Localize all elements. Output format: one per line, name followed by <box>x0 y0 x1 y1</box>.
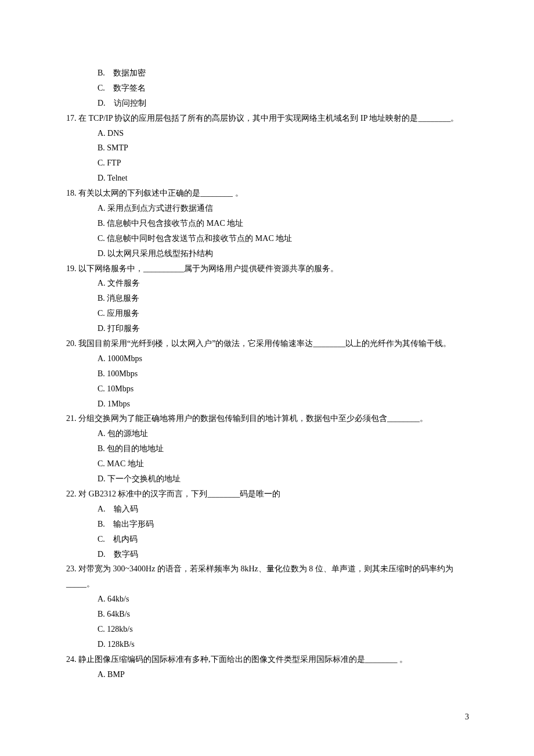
q16-option-c: C. 数字签名 <box>66 81 470 96</box>
q21-option-b: B. 包的目的地地址 <box>66 441 470 456</box>
q24-stem: 24. 静止图像压缩编码的国际标准有多种,下面给出的图像文件类型采用国际标准的是… <box>66 652 470 667</box>
q23-option-b: B. 64kB/s <box>66 607 470 622</box>
q17-option-d: D. Telnet <box>66 171 470 186</box>
q18-option-a: A. 采用点到点方式进行数据通信 <box>66 201 470 216</box>
q23-option-c: C. 128kb/s <box>66 622 470 637</box>
q19-option-b: B. 消息服务 <box>66 291 470 306</box>
document-page: B. 数据加密 C. 数字签名 D. 访问控制 17. 在 TCP/IP 协议的… <box>0 0 534 756</box>
q20-option-b: B. 100Mbps <box>66 366 470 381</box>
q20-stem: 20. 我国目前采用“光纤到楼，以太网入户”的做法，它采用传输速率达______… <box>66 336 470 351</box>
q19-option-a: A. 文件服务 <box>66 276 470 291</box>
q17-option-a: A. DNS <box>66 126 470 141</box>
q23-option-a: A. 64kb/s <box>66 592 470 607</box>
q17-option-b: B. SMTP <box>66 141 470 156</box>
q21-option-a: A. 包的源地址 <box>66 426 470 441</box>
q21-option-d: D. 下一个交换机的地址 <box>66 471 470 487</box>
q22-option-a: A. 输入码 <box>66 502 470 517</box>
q20-option-c: C. 10Mbps <box>66 381 470 397</box>
q23-stem: 23. 对带宽为 300~3400Hz 的语音，若采样频率为 8kHz、量化位数… <box>66 561 470 592</box>
q20-option-a: A. 1000Mbps <box>66 351 470 366</box>
q21-stem: 21. 分组交换网为了能正确地将用户的数据包传输到目的地计算机，数据包中至少必须… <box>66 411 470 426</box>
q16-option-b: B. 数据加密 <box>66 66 470 81</box>
q18-option-d: D. 以太网只采用总线型拓扑结构 <box>66 246 470 261</box>
q18-stem: 18. 有关以太网的下列叙述中正确的是________ 。 <box>66 186 470 201</box>
q22-stem: 22. 对 GB2312 标准中的汉字而言，下列________码是唯一的 <box>66 487 470 502</box>
q17-stem: 17. 在 TCP/IP 协议的应用层包括了所有的高层协议，其中用于实现网络主机… <box>66 111 470 126</box>
q19-option-d: D. 打印服务 <box>66 321 470 336</box>
q20-option-d: D. 1Mbps <box>66 397 470 412</box>
q18-option-c: C. 信息帧中同时包含发送节点和接收节点的 MAC 地址 <box>66 231 470 246</box>
q22-option-c: C. 机内码 <box>66 532 470 547</box>
q19-stem: 19. 以下网络服务中，__________属于为网络用户提供硬件资源共享的服务… <box>66 261 470 276</box>
q16-option-d: D. 访问控制 <box>66 96 470 111</box>
q19-option-c: C. 应用服务 <box>66 306 470 321</box>
q23-option-d: D. 128kB/s <box>66 637 470 652</box>
q17-option-c: C. FTP <box>66 156 470 171</box>
q21-option-c: C. MAC 地址 <box>66 456 470 471</box>
q22-option-d: D. 数字码 <box>66 547 470 562</box>
q22-option-b: B. 输出字形码 <box>66 517 470 532</box>
page-number: 3 <box>465 710 469 725</box>
q18-option-b: B. 信息帧中只包含接收节点的 MAC 地址 <box>66 216 470 231</box>
q24-option-a: A. BMP <box>66 667 470 682</box>
